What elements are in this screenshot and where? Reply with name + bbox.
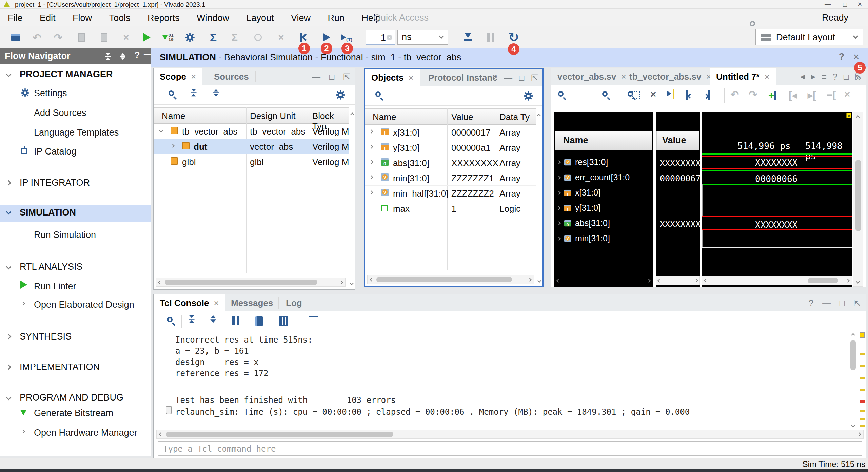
synth-expander[interactable]	[6, 334, 12, 340]
nav-generate-bitstream[interactable]: Generate Bitstream	[34, 408, 113, 418]
zoom-in-icon[interactable]	[602, 91, 608, 97]
float-panel-icon[interactable]	[853, 298, 861, 308]
menu-flow[interactable]: Flow	[65, 9, 100, 27]
tab-untitled-7[interactable]: Untitled 7*	[710, 68, 776, 85]
minimize-panel-icon[interactable]	[504, 73, 512, 83]
next-tab-icon[interactable]	[811, 73, 816, 80]
wave-vscrollbar[interactable]	[853, 112, 863, 287]
ipi-expander[interactable]	[6, 180, 12, 186]
wave-signal-row[interactable]: min[31:0]	[557, 231, 610, 246]
nav-language-templates[interactable]: Language Templates	[34, 127, 119, 138]
nav-open-elaborated[interactable]: Open Elaborated Design	[34, 300, 134, 310]
nav-program-debug[interactable]: PROGRAM AND DEBUG	[20, 392, 171, 409]
wave-names-hscrollbar[interactable]	[554, 276, 653, 285]
clear-time-icon[interactable]: ×	[387, 35, 392, 40]
tab-sources[interactable]: Sources	[208, 68, 255, 85]
run-icon[interactable]	[140, 30, 154, 44]
elab-expander[interactable]	[21, 302, 25, 305]
expand-all-icon[interactable]	[120, 53, 125, 60]
marker-warning[interactable]	[860, 425, 865, 427]
pm-expander[interactable]	[6, 72, 12, 77]
maximize-panel-icon[interactable]	[840, 298, 845, 308]
settings-gear-icon[interactable]	[335, 90, 346, 100]
copy-icon[interactable]	[75, 30, 88, 44]
generate-bitstream-icon[interactable]: 0110	[161, 30, 175, 44]
nav-run-simulation[interactable]: Run Simulation	[34, 230, 96, 240]
copy-icon[interactable]	[255, 316, 263, 326]
previous-transition-icon[interactable]	[686, 90, 692, 101]
objects-table-header[interactable]: Name Value Data Ty	[365, 108, 536, 125]
window-minimize-button[interactable]	[825, 1, 831, 8]
objects-hscrollbar[interactable]	[367, 275, 534, 284]
nav-ip-catalog[interactable]: IP Catalog	[34, 146, 77, 157]
nav-add-sources[interactable]: Add Sources	[34, 108, 86, 118]
objects-vscroll-down[interactable]	[537, 279, 541, 282]
console-vscroll-thumb[interactable]	[850, 340, 856, 370]
settings-gear-icon[interactable]	[183, 30, 197, 44]
collapse-all-icon[interactable]	[191, 89, 197, 96]
menu-file[interactable]: File	[0, 9, 31, 27]
minimize-panel-icon[interactable]	[822, 298, 831, 308]
menu-edit[interactable]: Edit	[32, 9, 63, 27]
nav-project-manager[interactable]: PROJECT MANAGER	[20, 69, 171, 85]
nav-ip-integrator[interactable]: IP INTEGRATOR	[20, 178, 171, 194]
scope-hscrollbar[interactable]	[156, 278, 346, 287]
marker-warning[interactable]	[860, 377, 865, 379]
wave-value-header[interactable]: Value	[656, 131, 699, 150]
tab-objects[interactable]: Objects	[365, 69, 420, 86]
search-icon[interactable]	[167, 317, 173, 322]
help-icon[interactable]	[809, 298, 813, 308]
window-maximize-button[interactable]	[843, 1, 847, 8]
nav-run-linter[interactable]: Run Linter	[34, 281, 76, 292]
marker-warning[interactable]	[860, 365, 865, 367]
zoom-fit-icon[interactable]	[632, 91, 640, 99]
open-project-icon[interactable]	[9, 30, 22, 44]
table-row[interactable]: max 1 Logic	[365, 201, 536, 216]
tab-protocol-instances[interactable]: Protocol Instanc	[422, 69, 500, 86]
run-for-time-button[interactable]: (T)	[340, 30, 353, 44]
maximize-panel-icon[interactable]	[844, 72, 849, 82]
restart-sim-button[interactable]	[297, 30, 311, 44]
cut-icon[interactable]	[119, 30, 133, 44]
redo-icon[interactable]	[51, 30, 65, 44]
tcl-command-input[interactable]: Type a Tcl command here	[158, 441, 862, 456]
maximize-panel-icon[interactable]	[329, 72, 334, 82]
marker-top[interactable]	[860, 332, 865, 338]
wave-signal-row[interactable]: 0abs[31:0]	[557, 216, 610, 231]
snap-off-icon[interactable]	[650, 88, 656, 100]
collapse-all-icon[interactable]	[105, 53, 111, 60]
table-row[interactable]: tb_vector_abs tb_vector_abs Verilog M	[154, 124, 349, 139]
undo-icon[interactable]	[30, 30, 44, 44]
nav-rtl-analysis[interactable]: RTL ANALYSIS	[20, 262, 171, 278]
rtl-expander[interactable]	[6, 264, 12, 270]
wave-signal-row[interactable]: Iy[31:0]	[557, 200, 600, 216]
step-button[interactable]	[461, 30, 475, 44]
line-expander-icon[interactable]	[166, 406, 172, 414]
menu-tools[interactable]: Tools	[101, 9, 138, 27]
run-all-button[interactable]	[320, 30, 333, 44]
minimize-panel-icon[interactable]	[312, 72, 320, 82]
search-icon[interactable]	[558, 91, 564, 97]
wave-plot[interactable]: p 514,996 ps 514,998 ps XXXXXXXX 0000006…	[702, 112, 852, 287]
marker-warning[interactable]	[860, 418, 865, 420]
search-icon[interactable]	[375, 91, 381, 97]
wave-name-header[interactable]: Name	[555, 131, 652, 150]
maximize-panel-icon[interactable]	[519, 73, 524, 83]
paste-icon[interactable]	[97, 30, 111, 44]
quick-access-input[interactable]: Quick Access	[374, 13, 429, 23]
relaunch-sim-button[interactable]	[507, 30, 520, 44]
menu-window[interactable]: Window	[189, 9, 237, 27]
help-icon[interactable]	[492, 73, 497, 83]
table-row[interactable]: min[31:0] ZZZZZZZ1 Array	[365, 170, 536, 186]
nav-settings[interactable]: Settings	[34, 88, 67, 99]
tab-messages[interactable]: Messages	[225, 294, 279, 311]
go-to-cursor-icon[interactable]	[667, 90, 674, 99]
table-row[interactable]: I y[31:0] 000000a1 Array	[365, 140, 536, 155]
console-vscroll-up[interactable]	[851, 333, 855, 337]
wave-plot-hscrollbar[interactable]	[702, 276, 852, 285]
tab-tcl-console[interactable]: Tcl Console	[154, 294, 225, 311]
window-close-button[interactable]	[857, 0, 862, 9]
collapse-all-icon[interactable]	[189, 315, 195, 323]
menu-reports[interactable]: Reports	[140, 9, 188, 27]
nav-synthesis[interactable]: SYNTHESIS	[20, 331, 171, 348]
